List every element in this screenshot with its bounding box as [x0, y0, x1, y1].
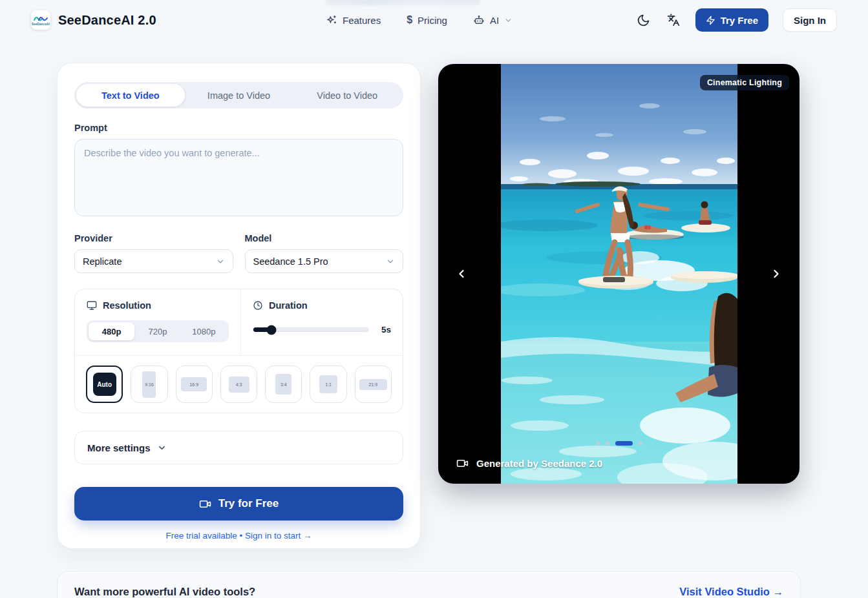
resolution-1080p[interactable]: 1080p — [181, 322, 227, 340]
carousel-next-button[interactable] — [767, 265, 785, 283]
carousel-dots — [596, 441, 642, 446]
carousel-dot[interactable] — [638, 441, 642, 446]
tab-text-to-video[interactable]: Text to Video — [76, 84, 185, 107]
resolution-480p[interactable]: 480p — [89, 322, 134, 340]
nav-pricing-label: Pricing — [418, 15, 447, 26]
aspect-ratio-1-1-label: 1:1 — [319, 375, 337, 393]
resolution-label: Resolution — [103, 300, 151, 311]
free-trial-signin-link[interactable]: Free trial available • Sign in to start … — [74, 531, 403, 541]
aspect-ratio-4-3[interactable]: 4:3 — [220, 366, 257, 403]
monitor-icon — [87, 300, 97, 311]
aspect-ratio-16-9-label: 16:9 — [181, 377, 207, 391]
try-free-label: Try Free — [721, 15, 758, 26]
provider-label: Provider — [74, 233, 233, 243]
carousel-dot-active[interactable] — [615, 441, 633, 446]
video-camera-icon — [456, 457, 469, 469]
duration-label: Duration — [269, 300, 308, 311]
generator-card: Text to Video Image to Video Video to Vi… — [57, 63, 421, 549]
provider-value: Replicate — [83, 256, 122, 267]
language-switcher[interactable] — [666, 12, 681, 28]
model-label: Model — [245, 233, 404, 243]
nav-pricing[interactable]: $ Pricing — [407, 14, 447, 26]
header: SeeDanceAI SeeDanceAI 2.0 Features $ Pri… — [0, 0, 868, 40]
aspect-ratio-9-16-label: 9:16 — [142, 371, 156, 398]
languages-icon — [667, 14, 680, 26]
video-scene — [501, 64, 737, 484]
duration-slider-thumb[interactable] — [267, 325, 277, 335]
more-settings-toggle[interactable]: More settings — [74, 431, 403, 464]
chevron-down-icon — [386, 257, 395, 266]
generated-by-text: Generated by Seedance 2.0 — [476, 458, 602, 469]
video-preview-carousel: Cinematic Lighting Generated by Seedance… — [438, 64, 799, 484]
model-value: Seedance 1.5 Pro — [253, 256, 328, 267]
carousel-dot[interactable] — [596, 441, 600, 446]
robot-icon — [473, 14, 485, 26]
aspect-ratio-21-9[interactable]: 21:9 — [355, 366, 392, 403]
aspect-ratio-16-9[interactable]: 16:9 — [176, 366, 213, 403]
carousel-dot[interactable] — [606, 441, 610, 446]
aspect-ratio-21-9-label: 21:9 — [359, 379, 387, 390]
options-panel: Resolution 480p 720p 1080p Duration — [74, 289, 403, 413]
aspect-ratio-9-16[interactable]: 9:16 — [131, 366, 167, 403]
try-free-button[interactable]: Try Free — [695, 8, 768, 32]
sparkles-icon — [326, 15, 337, 26]
prompt-label: Prompt — [74, 123, 403, 133]
dark-mode-toggle[interactable] — [635, 12, 651, 28]
video-slide[interactable] — [501, 64, 737, 484]
try-for-free-button[interactable]: Try for Free — [74, 487, 403, 521]
aspect-ratio-3-4-label: 3:4 — [275, 374, 291, 395]
prompt-input[interactable] — [74, 139, 403, 216]
main-nav: Features $ Pricing AI — [326, 0, 513, 40]
provider-select[interactable]: Replicate — [74, 249, 233, 273]
aspect-ratio-auto[interactable]: Auto — [86, 366, 123, 403]
nav-features[interactable]: Features — [326, 15, 381, 26]
aspect-ratio-auto-label: Auto — [93, 373, 116, 396]
dollar-icon: $ — [407, 14, 412, 26]
model-select[interactable]: Seedance 1.5 Pro — [245, 249, 404, 273]
zap-icon — [706, 15, 715, 25]
mode-tabs: Text to Video Image to Video Video to Vi… — [74, 82, 403, 108]
header-actions: Try Free Sign In — [635, 0, 837, 40]
brand-logo-caption: SeeDanceAI — [32, 23, 50, 26]
chevron-down-icon — [504, 16, 513, 25]
chevron-right-icon — [770, 267, 783, 280]
aspect-ratio-3-4[interactable]: 3:4 — [265, 366, 302, 403]
duration-value: 5s — [378, 325, 391, 335]
duration-slider[interactable] — [253, 327, 369, 332]
studio-banner-question: Want more powerful AI video tools? — [74, 586, 255, 598]
nav-ai-menu[interactable]: AI — [473, 14, 513, 26]
resolution-segmented-control: 480p 720p 1080p — [87, 320, 229, 342]
studio-banner: Want more powerful AI video tools? Visit… — [57, 571, 801, 598]
carousel-prev-button[interactable] — [452, 265, 471, 283]
resolution-720p[interactable]: 720p — [134, 322, 180, 340]
brand-logo-icon: SeeDanceAI — [31, 10, 50, 30]
tab-video-to-video[interactable]: Video to Video — [293, 84, 401, 107]
sign-in-button[interactable]: Sign In — [783, 8, 837, 32]
moon-icon — [637, 14, 650, 27]
chevron-left-icon — [455, 267, 468, 280]
aspect-ratio-row: Auto 9:16 16:9 4:3 3:4 1:1 21:9 — [75, 355, 403, 413]
style-badge: Cinematic Lighting — [700, 75, 789, 90]
brand-title: SeeDanceAI 2.0 — [58, 13, 156, 28]
aspect-ratio-4-3-label: 4:3 — [229, 376, 249, 393]
try-for-free-label: Try for Free — [218, 497, 279, 510]
visit-video-studio-link[interactable]: Visit Video Studio → — [679, 586, 783, 598]
nav-features-label: Features — [343, 15, 381, 26]
clock-icon — [253, 300, 263, 311]
chevron-down-icon — [216, 257, 225, 266]
video-camera-icon — [199, 498, 211, 510]
more-settings-label: More settings — [87, 442, 151, 453]
chevron-down-icon — [157, 443, 167, 453]
nav-ai-label: AI — [490, 15, 499, 26]
generated-by-caption: Generated by Seedance 2.0 — [456, 457, 602, 469]
tab-image-to-video[interactable]: Image to Video — [185, 84, 293, 107]
brand[interactable]: SeeDanceAI SeeDanceAI 2.0 — [31, 10, 156, 30]
aspect-ratio-1-1[interactable]: 1:1 — [310, 366, 346, 403]
